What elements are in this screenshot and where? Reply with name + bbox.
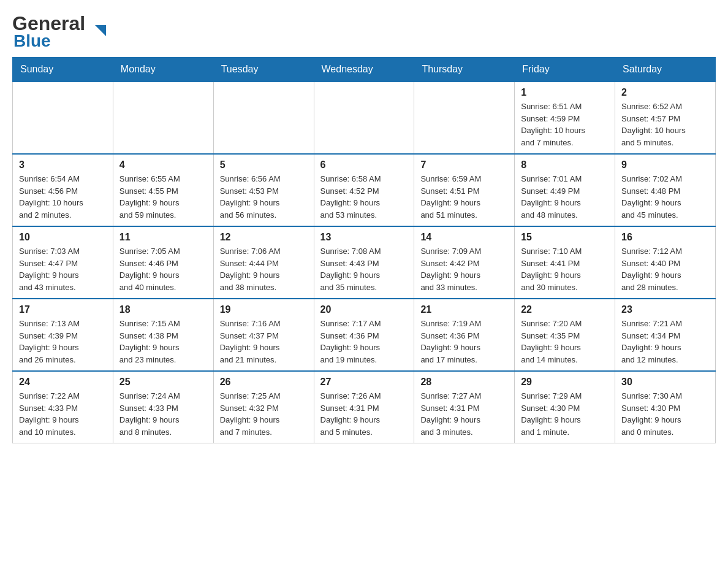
calendar-cell: 4Sunrise: 6:55 AM Sunset: 4:55 PM Daylig… — [113, 154, 213, 226]
calendar-cell: 16Sunrise: 7:12 AM Sunset: 4:40 PM Dayli… — [615, 226, 716, 299]
day-number: 14 — [420, 232, 508, 243]
day-info: Sunrise: 6:59 AM Sunset: 4:51 PM Dayligh… — [420, 173, 508, 221]
calendar-cell: 22Sunrise: 7:20 AM Sunset: 4:35 PM Dayli… — [515, 299, 615, 371]
calendar-cell: 26Sunrise: 7:25 AM Sunset: 4:32 PM Dayli… — [213, 371, 314, 443]
day-info: Sunrise: 7:26 AM Sunset: 4:31 PM Dayligh… — [320, 390, 408, 438]
calendar-cell: 18Sunrise: 7:15 AM Sunset: 4:38 PM Dayli… — [113, 299, 213, 371]
logo-blue: Blue — [13, 31, 51, 51]
day-info: Sunrise: 7:08 AM Sunset: 4:43 PM Dayligh… — [320, 245, 408, 293]
calendar-cell: 15Sunrise: 7:10 AM Sunset: 4:41 PM Dayli… — [515, 226, 615, 299]
calendar-table: SundayMondayTuesdayWednesdayThursdayFrid… — [12, 57, 716, 443]
calendar-cell: 30Sunrise: 7:30 AM Sunset: 4:30 PM Dayli… — [615, 371, 716, 443]
day-number: 25 — [119, 377, 207, 388]
weekday-header: Sunday — [13, 58, 113, 82]
calendar-cell — [213, 82, 314, 154]
calendar-cell: 17Sunrise: 7:13 AM Sunset: 4:39 PM Dayli… — [13, 299, 113, 371]
calendar-cell: 14Sunrise: 7:09 AM Sunset: 4:42 PM Dayli… — [414, 226, 515, 299]
calendar-cell: 20Sunrise: 7:17 AM Sunset: 4:36 PM Dayli… — [314, 299, 414, 371]
day-number: 8 — [521, 159, 609, 170]
week-row: 17Sunrise: 7:13 AM Sunset: 4:39 PM Dayli… — [13, 299, 716, 371]
logo: General Blue — [12, 12, 94, 51]
day-number: 11 — [119, 232, 207, 243]
day-number: 7 — [420, 159, 508, 170]
day-info: Sunrise: 7:02 AM Sunset: 4:48 PM Dayligh… — [621, 173, 709, 221]
day-number: 5 — [220, 159, 308, 170]
weekday-header: Thursday — [414, 58, 515, 82]
day-info: Sunrise: 7:05 AM Sunset: 4:46 PM Dayligh… — [119, 245, 207, 293]
weekday-header: Saturday — [615, 58, 716, 82]
day-number: 21 — [420, 304, 508, 315]
day-info: Sunrise: 7:22 AM Sunset: 4:33 PM Dayligh… — [19, 390, 107, 438]
calendar-cell: 5Sunrise: 6:56 AM Sunset: 4:53 PM Daylig… — [213, 154, 314, 226]
day-info: Sunrise: 7:29 AM Sunset: 4:30 PM Dayligh… — [521, 390, 609, 438]
day-number: 6 — [320, 159, 408, 170]
week-row: 10Sunrise: 7:03 AM Sunset: 4:47 PM Dayli… — [13, 226, 716, 299]
calendar-cell: 23Sunrise: 7:21 AM Sunset: 4:34 PM Dayli… — [615, 299, 716, 371]
day-number: 12 — [220, 232, 308, 243]
day-info: Sunrise: 7:16 AM Sunset: 4:37 PM Dayligh… — [220, 318, 308, 366]
day-info: Sunrise: 6:51 AM Sunset: 4:59 PM Dayligh… — [521, 101, 609, 148]
week-row: 1Sunrise: 6:51 AM Sunset: 4:59 PM Daylig… — [13, 82, 716, 154]
weekday-header: Friday — [515, 58, 615, 82]
day-info: Sunrise: 7:01 AM Sunset: 4:49 PM Dayligh… — [521, 173, 609, 221]
day-info: Sunrise: 7:20 AM Sunset: 4:35 PM Dayligh… — [521, 318, 609, 366]
calendar-cell: 24Sunrise: 7:22 AM Sunset: 4:33 PM Dayli… — [13, 371, 113, 443]
calendar-cell — [13, 82, 113, 154]
calendar-cell: 25Sunrise: 7:24 AM Sunset: 4:33 PM Dayli… — [113, 371, 213, 443]
calendar-cell: 10Sunrise: 7:03 AM Sunset: 4:47 PM Dayli… — [13, 226, 113, 299]
day-info: Sunrise: 7:10 AM Sunset: 4:41 PM Dayligh… — [521, 245, 609, 293]
page-header: General Blue — [12, 12, 716, 51]
day-info: Sunrise: 7:25 AM Sunset: 4:32 PM Dayligh… — [220, 390, 308, 438]
day-info: Sunrise: 7:12 AM Sunset: 4:40 PM Dayligh… — [621, 245, 709, 293]
day-number: 18 — [119, 304, 207, 315]
day-info: Sunrise: 7:09 AM Sunset: 4:42 PM Dayligh… — [420, 245, 508, 293]
day-number: 28 — [420, 377, 508, 388]
day-info: Sunrise: 7:19 AM Sunset: 4:36 PM Dayligh… — [420, 318, 508, 366]
day-number: 29 — [521, 377, 609, 388]
day-info: Sunrise: 7:21 AM Sunset: 4:34 PM Dayligh… — [621, 318, 709, 366]
day-info: Sunrise: 6:56 AM Sunset: 4:53 PM Dayligh… — [220, 173, 308, 221]
calendar-cell: 19Sunrise: 7:16 AM Sunset: 4:37 PM Dayli… — [213, 299, 314, 371]
week-row: 3Sunrise: 6:54 AM Sunset: 4:56 PM Daylig… — [13, 154, 716, 226]
svg-marker-0 — [95, 25, 106, 36]
day-number: 16 — [621, 232, 709, 243]
day-number: 17 — [19, 304, 107, 315]
weekday-header-row: SundayMondayTuesdayWednesdayThursdayFrid… — [13, 58, 716, 82]
day-number: 15 — [521, 232, 609, 243]
day-info: Sunrise: 7:30 AM Sunset: 4:30 PM Dayligh… — [621, 390, 709, 438]
calendar-cell — [414, 82, 515, 154]
day-info: Sunrise: 6:54 AM Sunset: 4:56 PM Dayligh… — [19, 173, 107, 221]
weekday-header: Monday — [113, 58, 213, 82]
day-number: 30 — [621, 377, 709, 388]
day-number: 23 — [621, 304, 709, 315]
calendar-cell: 28Sunrise: 7:27 AM Sunset: 4:31 PM Dayli… — [414, 371, 515, 443]
calendar-cell: 9Sunrise: 7:02 AM Sunset: 4:48 PM Daylig… — [615, 154, 716, 226]
calendar-cell — [314, 82, 414, 154]
calendar-cell: 8Sunrise: 7:01 AM Sunset: 4:49 PM Daylig… — [515, 154, 615, 226]
day-number: 3 — [19, 159, 107, 170]
calendar-cell: 2Sunrise: 6:52 AM Sunset: 4:57 PM Daylig… — [615, 82, 716, 154]
calendar-cell: 11Sunrise: 7:05 AM Sunset: 4:46 PM Dayli… — [113, 226, 213, 299]
calendar-cell: 1Sunrise: 6:51 AM Sunset: 4:59 PM Daylig… — [515, 82, 615, 154]
calendar-cell — [113, 82, 213, 154]
calendar-cell: 3Sunrise: 6:54 AM Sunset: 4:56 PM Daylig… — [13, 154, 113, 226]
calendar-cell: 29Sunrise: 7:29 AM Sunset: 4:30 PM Dayli… — [515, 371, 615, 443]
day-number: 27 — [320, 377, 408, 388]
calendar-cell: 12Sunrise: 7:06 AM Sunset: 4:44 PM Dayli… — [213, 226, 314, 299]
calendar-cell: 27Sunrise: 7:26 AM Sunset: 4:31 PM Dayli… — [314, 371, 414, 443]
week-row: 24Sunrise: 7:22 AM Sunset: 4:33 PM Dayli… — [13, 371, 716, 443]
day-info: Sunrise: 7:03 AM Sunset: 4:47 PM Dayligh… — [19, 245, 107, 293]
day-number: 4 — [119, 159, 207, 170]
day-number: 2 — [621, 87, 709, 98]
day-number: 20 — [320, 304, 408, 315]
weekday-header: Wednesday — [314, 58, 414, 82]
day-info: Sunrise: 6:55 AM Sunset: 4:55 PM Dayligh… — [119, 173, 207, 221]
day-number: 1 — [521, 87, 609, 98]
day-number: 9 — [621, 159, 709, 170]
calendar-cell: 21Sunrise: 7:19 AM Sunset: 4:36 PM Dayli… — [414, 299, 515, 371]
calendar-cell: 13Sunrise: 7:08 AM Sunset: 4:43 PM Dayli… — [314, 226, 414, 299]
day-number: 10 — [19, 232, 107, 243]
day-info: Sunrise: 7:15 AM Sunset: 4:38 PM Dayligh… — [119, 318, 207, 366]
weekday-header: Tuesday — [213, 58, 314, 82]
day-number: 26 — [220, 377, 308, 388]
